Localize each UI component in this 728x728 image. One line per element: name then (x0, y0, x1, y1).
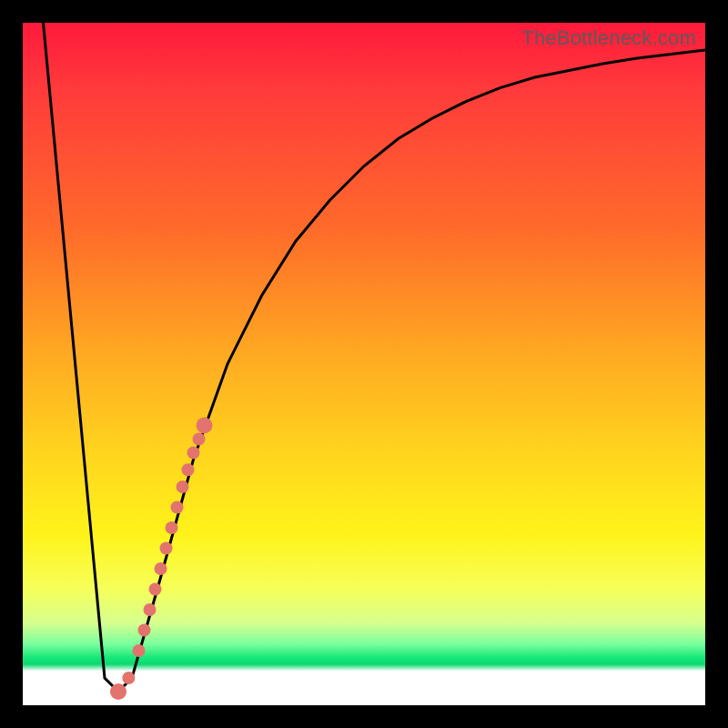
plot-area: TheBottleneck.com (23, 23, 705, 705)
chart-frame: TheBottleneck.com (0, 0, 728, 728)
chart-svg (23, 23, 705, 705)
cluster-dot (166, 521, 178, 534)
cluster-dot (149, 583, 162, 596)
cluster-dot (177, 480, 189, 493)
cluster-dot (160, 542, 173, 555)
cluster-dot (187, 447, 200, 460)
cluster-dot (193, 433, 206, 446)
cluster-dot (155, 562, 167, 575)
cluster-dot (144, 603, 157, 616)
cluster-dot (122, 672, 135, 684)
cluster-dot (110, 683, 126, 700)
cluster-dot (138, 624, 151, 637)
cluster-dots (110, 418, 213, 701)
cluster-dot (197, 418, 213, 434)
cluster-dot (133, 644, 146, 657)
cluster-dot (171, 501, 184, 514)
bottleneck-curve-path (44, 23, 706, 692)
cluster-dot (182, 463, 195, 476)
